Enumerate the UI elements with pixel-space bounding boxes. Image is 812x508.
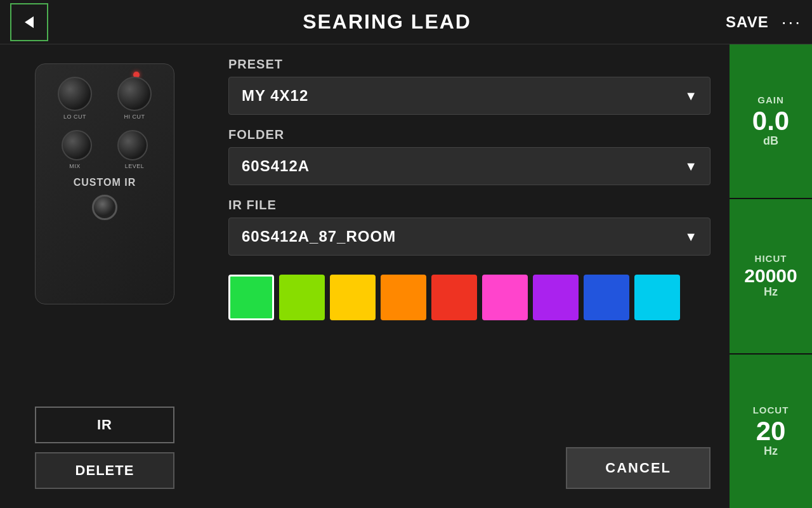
swatch-purple[interactable] <box>533 275 579 320</box>
ir-file-value: 60S412A_87_ROOM <box>242 228 396 245</box>
pedal-knob-locut[interactable] <box>58 77 92 111</box>
hicut-unit: Hz <box>764 285 778 299</box>
swatch-lime[interactable] <box>279 275 325 320</box>
back-icon <box>20 13 38 31</box>
label-level: LEVEL <box>117 163 152 169</box>
folder-arrow-icon: ▼ <box>684 159 697 174</box>
locut-block[interactable]: LOCUT 20 Hz <box>730 355 812 508</box>
preset-value: MY 4X12 <box>242 87 308 105</box>
color-swatches <box>228 275 710 320</box>
swatch-blue[interactable] <box>584 275 629 320</box>
cancel-button[interactable]: CANCEL <box>566 447 710 489</box>
ir-file-arrow-icon: ▼ <box>684 230 697 244</box>
preset-dropdown[interactable]: MY 4X12 ▼ <box>228 77 710 115</box>
hicut-block[interactable]: HICUT 20000 Hz <box>730 199 812 354</box>
pedal-title: CUSTOM IR <box>74 177 136 188</box>
pedal-knob-mix[interactable] <box>62 130 92 160</box>
label-hicut: HI CUT <box>117 114 152 120</box>
swatch-orange[interactable] <box>381 275 426 320</box>
gain-value: 0.0 <box>752 108 789 134</box>
pedal-labels-bottom: MIX LEVEL <box>58 163 152 169</box>
back-button[interactable] <box>10 3 48 41</box>
ir-file-dropdown[interactable]: 60S412A_87_ROOM ▼ <box>228 218 710 256</box>
pedal-knob-row-top <box>58 77 152 111</box>
swatch-yellow[interactable] <box>330 275 376 320</box>
save-button[interactable]: SAVE <box>726 13 769 31</box>
ir-file-label: IR FILE <box>228 198 710 212</box>
ir-button[interactable]: IR <box>35 407 174 443</box>
bottom-row: CANCEL <box>228 434 710 495</box>
more-options-button[interactable]: ··· <box>782 12 802 32</box>
pedal-graphic: LO CUT HI CUT MIX LEVEL CUSTOM IR <box>35 63 174 304</box>
folder-dropdown[interactable]: 60S412A ▼ <box>228 147 710 185</box>
label-mix: MIX <box>58 163 92 169</box>
swatch-red[interactable] <box>431 275 477 320</box>
locut-value: 20 <box>756 418 786 445</box>
header: SEARING LEAD SAVE ··· <box>0 0 812 44</box>
center-panel: PRESET MY 4X12 ▼ FOLDER 60S412A ▼ IR FIL… <box>209 44 730 508</box>
pedal-footswitch[interactable] <box>92 195 117 220</box>
label-locut: LO CUT <box>58 114 92 120</box>
pedal-knob-row-bottom <box>62 130 148 160</box>
preset-arrow-icon: ▼ <box>684 89 697 103</box>
action-buttons: IR DELETE <box>35 407 174 489</box>
gain-label: GAIN <box>757 94 784 105</box>
pedal-knob-level[interactable] <box>117 130 148 160</box>
svg-marker-0 <box>25 16 34 28</box>
main-content: LO CUT HI CUT MIX LEVEL CUSTOM IR IR DEL… <box>0 44 812 508</box>
page-title: SEARING LEAD <box>303 10 471 34</box>
pedal-labels-top: LO CUT HI CUT <box>58 114 152 120</box>
locut-unit: Hz <box>764 445 778 458</box>
locut-label: LOCUT <box>753 405 789 415</box>
gain-unit: dB <box>763 134 778 148</box>
folder-value: 60S412A <box>242 157 310 175</box>
delete-button[interactable]: DELETE <box>35 452 174 489</box>
folder-label: FOLDER <box>228 127 710 142</box>
swatch-cyan[interactable] <box>634 275 680 320</box>
preset-label: PRESET <box>228 57 710 72</box>
header-right: SAVE ··· <box>726 12 802 32</box>
hicut-label: HICUT <box>755 253 787 264</box>
right-panel: GAIN 0.0 dB HICUT 20000 Hz LOCUT 20 Hz <box>730 44 812 508</box>
swatch-green[interactable] <box>228 275 274 320</box>
pedal-knob-hicut[interactable] <box>117 77 152 111</box>
hicut-value: 20000 <box>744 266 797 285</box>
swatch-pink[interactable] <box>482 275 528 320</box>
left-panel: LO CUT HI CUT MIX LEVEL CUSTOM IR IR DEL… <box>0 44 209 508</box>
center-content: PRESET MY 4X12 ▼ FOLDER 60S412A ▼ IR FIL… <box>228 57 710 495</box>
gain-block[interactable]: GAIN 0.0 dB <box>730 44 812 199</box>
